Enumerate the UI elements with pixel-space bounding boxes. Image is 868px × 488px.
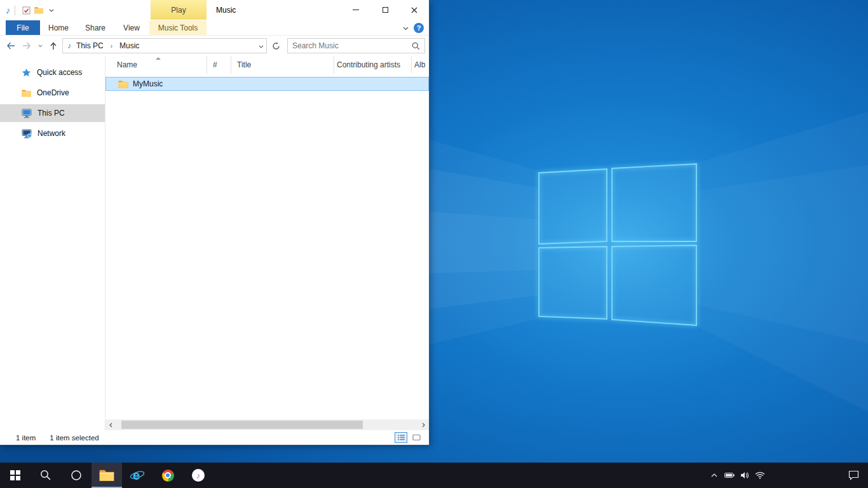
qat-properties-icon[interactable] — [20, 3, 32, 17]
window-controls — [341, 0, 429, 20]
sidebar-item-label: This PC — [37, 109, 65, 118]
app-music-note-icon: ♪ — [6, 6, 10, 15]
refresh-button[interactable] — [269, 38, 283, 53]
taskbar: e ♪ — [0, 463, 868, 488]
recent-locations-chevron-icon[interactable] — [36, 38, 44, 53]
column-headers: Name # Title Contributing artists Alb — [105, 56, 429, 74]
taskbar-search-button[interactable] — [31, 463, 61, 488]
separator — [15, 6, 15, 15]
system-tray — [707, 463, 868, 488]
cortana-circle-icon — [71, 470, 82, 481]
file-list-area: Name # Title Contributing artists Alb My… — [105, 56, 429, 430]
search-icon — [40, 470, 51, 481]
file-name: MyMusic — [133, 79, 163, 88]
windows-logo-icon — [10, 470, 20, 480]
wifi-icon[interactable] — [752, 463, 768, 488]
address-box[interactable]: ♪ This PC › Music — [62, 38, 267, 53]
title-bar: ♪ Play Music — [0, 0, 429, 20]
window-title: Music — [216, 0, 236, 20]
tab-group-music-tools[interactable]: Music Tools — [149, 20, 207, 35]
forward-button[interactable] — [20, 38, 34, 53]
taskbar-chrome-button[interactable] — [153, 463, 183, 488]
qat-customize-chevron-icon[interactable] — [45, 3, 58, 17]
taskbar-file-explorer-button[interactable] — [92, 463, 122, 488]
view-toggles — [395, 432, 429, 443]
file-list: MyMusic — [105, 74, 429, 419]
file-explorer-window: ♪ Play Music File Home — [0, 0, 429, 445]
scrollbar-track[interactable] — [116, 419, 418, 430]
close-button[interactable] — [400, 0, 429, 20]
ribbon-right-controls: ? — [403, 20, 429, 35]
help-button[interactable]: ? — [414, 23, 424, 33]
column-header-title[interactable]: Title — [231, 56, 334, 74]
maximize-button[interactable] — [370, 0, 400, 20]
maximize-icon — [383, 7, 388, 13]
large-icons-view-icon — [412, 434, 421, 441]
search-input[interactable] — [292, 41, 412, 50]
contextual-tab-play[interactable]: Play — [151, 0, 207, 20]
tab-share[interactable]: Share — [77, 20, 114, 35]
navigation-pane: Quick access OneDrive This PC Network — [0, 56, 105, 430]
column-header-contributing-artists[interactable]: Contributing artists — [334, 56, 412, 74]
qat-new-folder-icon[interactable] — [32, 3, 45, 17]
address-dropdown-chevron-icon[interactable] — [259, 41, 264, 50]
sidebar-item-label: OneDrive — [37, 88, 69, 97]
battery-icon[interactable] — [722, 463, 737, 488]
selected-count: 1 item selected — [50, 434, 98, 442]
svg-text:e: e — [133, 468, 140, 482]
scroll-right-icon[interactable] — [418, 423, 429, 428]
breadcrumb-separator-icon: › — [109, 43, 114, 50]
minimize-icon — [353, 10, 359, 10]
address-music-note-icon: ♪ — [67, 42, 71, 50]
column-header-album[interactable]: Alb — [412, 56, 429, 74]
tab-view[interactable]: View — [114, 20, 149, 35]
search-box — [287, 38, 425, 53]
ribbon-tab-row: File Home Share View Music Tools ? — [0, 20, 429, 36]
sort-ascending-icon — [156, 57, 161, 60]
star-icon — [22, 68, 31, 78]
taskbar-internet-explorer-button[interactable]: e — [122, 463, 153, 488]
details-view-icon — [397, 434, 405, 441]
explorer-main: Quick access OneDrive This PC Network — [0, 56, 429, 430]
address-bar-row: ♪ This PC › Music — [0, 36, 429, 56]
network-icon — [22, 129, 32, 139]
tab-file[interactable]: File — [6, 20, 40, 35]
file-explorer-icon — [99, 469, 114, 482]
search-icon[interactable] — [412, 42, 420, 50]
onedrive-folder-icon — [22, 89, 31, 97]
hidden-icons-chevron-icon[interactable] — [707, 463, 722, 488]
volume-icon[interactable] — [737, 463, 752, 488]
sidebar-item-label: Quick access — [37, 68, 82, 77]
item-count: 1 item — [16, 434, 36, 442]
desktop: ♪ Play Music File Home — [0, 0, 868, 488]
sidebar-item-network[interactable]: Network — [0, 125, 105, 142]
taskbar-music-app-button[interactable]: ♪ — [183, 463, 214, 488]
tab-home[interactable]: Home — [40, 20, 77, 35]
action-center-icon — [848, 470, 859, 480]
action-center-button[interactable] — [839, 463, 868, 488]
details-view-button[interactable] — [395, 432, 407, 443]
breadcrumb-music[interactable]: Music — [118, 41, 140, 50]
scroll-left-icon[interactable] — [105, 423, 116, 428]
minimize-button[interactable] — [341, 0, 370, 20]
scrollbar-thumb[interactable] — [121, 421, 363, 429]
tray-spacer — [768, 463, 839, 488]
horizontal-scrollbar[interactable] — [105, 419, 429, 430]
large-icons-view-button[interactable] — [410, 432, 423, 443]
cortana-button[interactable] — [61, 463, 92, 488]
sidebar-item-onedrive[interactable]: OneDrive — [0, 84, 105, 102]
sidebar-item-this-pc[interactable]: This PC — [0, 104, 105, 122]
ribbon-collapse-chevron-icon[interactable] — [403, 24, 409, 32]
sidebar-item-quick-access[interactable]: Quick access — [0, 64, 105, 81]
close-icon — [411, 7, 417, 13]
back-button[interactable] — [4, 38, 18, 53]
start-button[interactable] — [0, 463, 31, 488]
breadcrumb-this-pc[interactable]: This PC — [75, 41, 105, 50]
status-bar: 1 item 1 item selected — [0, 430, 429, 445]
file-row-mymusic[interactable]: MyMusic — [105, 77, 429, 91]
chrome-icon — [162, 470, 174, 482]
sidebar-item-label: Network — [37, 129, 65, 138]
column-header-number[interactable]: # — [207, 56, 231, 74]
up-button[interactable] — [46, 38, 60, 53]
folder-icon — [118, 80, 128, 88]
